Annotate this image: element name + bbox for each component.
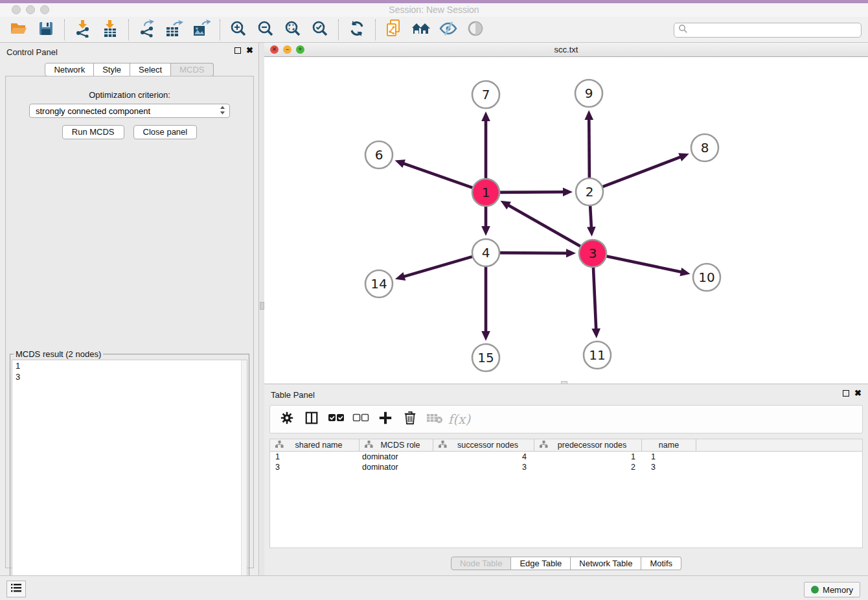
show-hidden-button[interactable] [464, 19, 487, 41]
vertical-splitter[interactable] [260, 43, 264, 575]
edge-4-14[interactable] [403, 257, 472, 277]
float-table-panel-icon[interactable] [843, 390, 849, 397]
hierarchy-icon [365, 441, 373, 450]
network-title: scc.txt [264, 45, 868, 54]
add-column-button[interactable] [375, 408, 396, 430]
edge-3-11[interactable] [593, 268, 596, 330]
graph-node-14[interactable]: 14 [365, 270, 393, 297]
memory-status-icon [811, 586, 819, 594]
edge-3-1[interactable] [508, 205, 580, 246]
network-window-titlebar[interactable]: ✕ – + scc.txt [264, 43, 868, 57]
save-session-button[interactable] [34, 19, 58, 41]
task-history-button[interactable] [6, 581, 26, 597]
delete-column-button[interactable] [400, 408, 420, 430]
svg-text:9: 9 [585, 86, 593, 101]
svg-text:4: 4 [482, 245, 490, 260]
import-network-button[interactable] [71, 19, 95, 41]
edge-1-6[interactable] [403, 163, 472, 188]
edge-1-2[interactable] [500, 192, 564, 192]
mcds-result-list[interactable]: 13 [12, 360, 247, 596]
hide-selected-button[interactable] [437, 19, 460, 41]
graph-node-7[interactable]: 7 [472, 81, 499, 108]
graph-node-9[interactable]: 9 [575, 80, 602, 107]
export-table-icon [165, 19, 183, 40]
open-folder-icon [10, 21, 28, 39]
run-mcds-button[interactable]: Run MCDS [62, 125, 124, 139]
close-panel-icon[interactable]: ✖ [246, 47, 253, 54]
network-canvas[interactable]: 7968124314101511 [264, 57, 868, 384]
zoom-in-button[interactable] [227, 19, 250, 41]
show-column-button[interactable] [301, 408, 322, 430]
graph-node-15[interactable]: 15 [472, 344, 499, 371]
zoom-fit-button[interactable] [281, 19, 304, 41]
zoom-selected-button[interactable] [308, 19, 332, 41]
tab-motifs[interactable]: Motifs [641, 557, 681, 570]
memory-button[interactable]: Memory [804, 582, 860, 597]
graph-node-1[interactable]: 1 [472, 179, 499, 206]
export-table-button[interactable] [163, 19, 186, 41]
zoom-out-button[interactable] [254, 19, 277, 41]
tab-mcds[interactable]: MCDS [171, 63, 213, 76]
close-table-panel-icon[interactable]: ✖ [854, 390, 862, 397]
home-button[interactable] [409, 19, 433, 41]
tab-network[interactable]: Network [45, 63, 94, 76]
svg-text:14: 14 [371, 276, 387, 292]
network-graph[interactable]: 7968124314101511 [264, 57, 868, 384]
close-panel-button[interactable]: Close panel [133, 125, 198, 139]
search-field[interactable] [674, 23, 862, 38]
search-input[interactable] [688, 23, 861, 37]
select-all-button[interactable] [326, 408, 347, 430]
table-panel-title: Table Panel [271, 390, 315, 400]
export-network-icon [139, 19, 155, 40]
graph-node-3[interactable]: 3 [579, 240, 606, 267]
edge-arrowhead [395, 272, 405, 281]
table-cell: 3 [433, 462, 534, 472]
edge-2-8[interactable] [603, 157, 681, 187]
svg-text:6: 6 [375, 147, 383, 163]
edge-3-10[interactable] [607, 257, 682, 272]
column-header-shared-name[interactable]: shared name [270, 439, 360, 451]
export-image-button[interactable] [190, 19, 213, 41]
graph-node-2[interactable]: 2 [576, 178, 603, 205]
criterion-select[interactable]: strongly connected component [29, 104, 230, 118]
column-header-MCDS-role[interactable]: MCDS role [360, 439, 433, 451]
graph-node-4[interactable]: 4 [472, 239, 499, 266]
table-row[interactable]: 3dominator323 [270, 462, 862, 472]
select-none-button[interactable] [350, 408, 371, 430]
apply-layout-button[interactable] [345, 19, 369, 41]
column-header-successor-nodes[interactable]: successor nodes [433, 439, 534, 451]
delete-table-icon [426, 412, 443, 426]
edge-4-3[interactable] [500, 253, 567, 253]
open-session-button[interactable] [7, 19, 30, 41]
tab-edge-table[interactable]: Edge Table [511, 557, 571, 570]
table-settings-button[interactable] [277, 408, 297, 430]
graph-node-8[interactable]: 8 [691, 134, 718, 161]
import-table-button[interactable] [98, 19, 122, 41]
tab-select[interactable]: Select [130, 63, 171, 76]
main-toolbar [0, 17, 868, 43]
table-row[interactable]: 1dominator411 [270, 452, 862, 462]
mcds-result-group: MCDS result (2 nodes) 13 [10, 354, 249, 598]
tab-network-table[interactable]: Network Table [571, 557, 641, 570]
splitter-handle[interactable] [260, 302, 264, 310]
edge-2-3[interactable] [590, 206, 591, 228]
network-overview-button[interactable] [382, 19, 405, 41]
graph-node-11[interactable]: 11 [584, 341, 611, 369]
column-header-name[interactable]: name [642, 439, 696, 451]
column-header-label: successor nodes [447, 441, 534, 450]
tab-style[interactable]: Style [94, 63, 130, 76]
table-panel: Table Panel ✖ [264, 384, 868, 575]
tab-node-table[interactable]: Node Table [451, 557, 512, 570]
graph-node-10[interactable]: 10 [693, 264, 720, 291]
graph-node-6[interactable]: 6 [365, 141, 393, 168]
edge-arrowhead [591, 329, 600, 338]
memory-label: Memory [823, 585, 853, 595]
float-panel-icon[interactable] [234, 47, 241, 54]
export-network-button[interactable] [135, 19, 159, 41]
column-header-predecessor-nodes[interactable]: predecessor nodes [534, 439, 642, 451]
table-header-row: shared nameMCDS rolesuccessor nodesprede… [270, 439, 862, 452]
edge-2-9[interactable] [589, 119, 589, 178]
checked-boxes-icon [328, 413, 345, 426]
result-scrollbar[interactable] [241, 360, 247, 595]
table-cell: 1 [642, 452, 696, 462]
